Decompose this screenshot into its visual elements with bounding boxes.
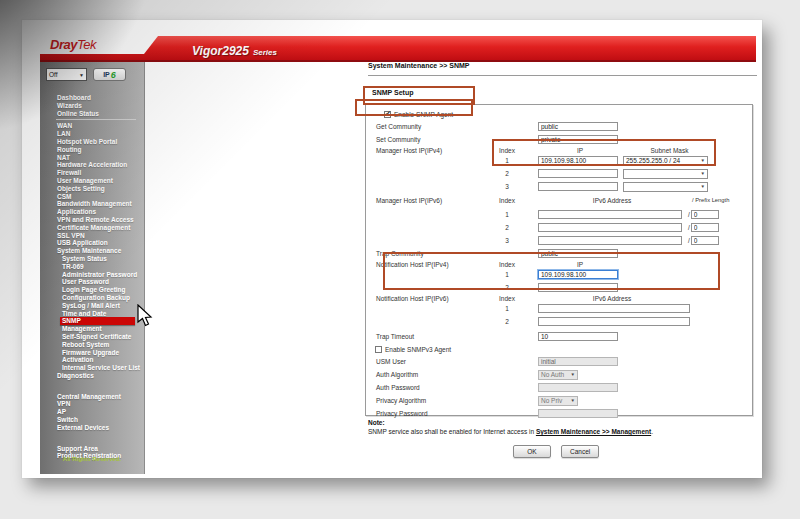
enable-snmpv3-label: Enable SNMPv3 Agent — [385, 346, 451, 353]
trap-community-input[interactable] — [538, 249, 618, 258]
trap-community-row: Trap Community — [366, 247, 752, 260]
table-row: 2 ▼ — [366, 167, 752, 180]
enable-snmp-agent-label: Enable SNMP Agent — [394, 111, 453, 118]
table-row: 1 / — [366, 208, 752, 221]
manager-v6-label: Manager Host IP(IPv6) — [366, 197, 476, 204]
col-index: Index — [476, 295, 538, 302]
manager-v6-prefix-2[interactable] — [691, 223, 719, 232]
set-community-row: Set Community — [366, 133, 752, 146]
set-community-label: Set Community — [366, 136, 476, 143]
usm-user-input[interactable] — [538, 357, 618, 366]
note-title: Note: — [368, 419, 385, 426]
manager-v4-ip-1[interactable] — [538, 156, 618, 165]
col-ip: IP — [538, 147, 622, 154]
privacy-algorithm-row: Privacy Algorithm No Priv▼ — [366, 394, 752, 407]
notif-v6-label: Notification Host IP(IPv6) — [366, 295, 476, 302]
col-ipv6-address: IPv6 Address — [538, 197, 686, 204]
notif-v6-header: Notification Host IP(IPv6) Index IPv6 Ad… — [366, 294, 752, 302]
ok-button[interactable]: OK — [513, 445, 551, 458]
manager-v4-header: Manager Host IP(IPv4) Index IP Subnet Ma… — [366, 146, 752, 154]
get-community-row: Get Community — [366, 120, 752, 133]
privacy-algorithm-select[interactable]: No Priv▼ — [538, 396, 578, 406]
button-row: OK Cancel — [513, 445, 599, 458]
breadcrumb-divider — [368, 75, 757, 76]
manager-v6-addr-2[interactable] — [538, 223, 682, 232]
privacy-password-input[interactable] — [538, 409, 618, 418]
chevron-down-icon: ▼ — [571, 372, 575, 377]
col-index: Index — [476, 261, 538, 268]
snmp-form: Enable SNMP Agent Get Community Set Comm… — [365, 104, 753, 416]
table-row: 1 — [366, 302, 752, 315]
table-row: 2 — [366, 315, 752, 328]
table-row: 2 / — [366, 221, 752, 234]
table-row: 2 — [366, 281, 752, 294]
notif-v4-header: Notification Host IP(IPv4) Index IP — [366, 260, 752, 268]
trap-timeout-input[interactable] — [538, 332, 618, 341]
breadcrumb: System Maintenance >> SNMP — [368, 62, 470, 69]
col-ip: IP — [538, 261, 622, 268]
trap-timeout-label: Trap Timeout — [366, 333, 476, 340]
auth-algorithm-label: Auth Algorithm — [366, 371, 476, 378]
col-index: Index — [476, 197, 538, 204]
table-row: 1 255.255.255.0 / 24▼ — [366, 154, 752, 167]
col-prefix-length: / Prefix Length — [692, 197, 736, 203]
manager-v6-prefix-1[interactable] — [691, 210, 719, 219]
get-community-input[interactable] — [538, 122, 618, 131]
cancel-button[interactable]: Cancel — [561, 445, 599, 458]
get-community-label: Get Community — [366, 123, 476, 130]
col-ipv6-address: IPv6 Address — [538, 295, 686, 302]
auth-password-label: Auth Password — [366, 384, 476, 391]
col-subnet-mask: Subnet Mask — [627, 147, 712, 154]
enable-snmpv3-checkbox[interactable] — [375, 346, 382, 353]
notif-v6-addr-1[interactable] — [538, 304, 690, 313]
manager-v6-header: Manager Host IP(IPv6) Index IPv6 Address… — [366, 193, 752, 208]
table-row: 1 — [366, 268, 752, 281]
main-content: System Maintenance >> SNMP SNMP Setup En… — [22, 20, 762, 478]
chevron-down-icon: ▼ — [701, 171, 705, 176]
set-community-input[interactable] — [538, 135, 618, 144]
notif-v4-label: Notification Host IP(IPv4) — [366, 261, 476, 268]
manager-v4-ip-3[interactable] — [538, 182, 618, 191]
notif-v4-ip-1[interactable] — [538, 270, 618, 279]
auth-algorithm-row: Auth Algorithm No Auth▼ — [366, 368, 752, 381]
auth-algorithm-select[interactable]: No Auth▼ — [538, 370, 578, 380]
privacy-password-label: Privacy Password — [366, 410, 476, 417]
subnet-mask-select-1[interactable]: 255.255.255.0 / 24▼ — [623, 156, 708, 166]
enable-agent-row: Enable SNMP Agent — [366, 108, 752, 120]
manager-v6-addr-1[interactable] — [538, 210, 682, 219]
management-link[interactable]: System Maintenance >> Management — [536, 428, 651, 435]
trap-timeout-row: Trap Timeout — [366, 330, 752, 343]
table-row: 3 ▼ — [366, 180, 752, 193]
manager-v4-ip-2[interactable] — [538, 169, 618, 178]
note-text: SNMP service also shall be enabled for I… — [368, 428, 653, 435]
chevron-down-icon: ▼ — [571, 398, 575, 403]
subnet-mask-select-3[interactable]: ▼ — [623, 182, 708, 192]
auth-password-input[interactable] — [538, 383, 618, 392]
notif-v4-ip-2[interactable] — [538, 283, 618, 292]
manager-v4-label: Manager Host IP(IPv4) — [366, 147, 476, 154]
chevron-down-icon: ▼ — [701, 184, 705, 189]
table-row: 3 / — [366, 234, 752, 247]
manager-v6-addr-3[interactable] — [538, 236, 682, 245]
trap-community-label: Trap Community — [366, 250, 476, 257]
col-index: Index — [476, 147, 538, 154]
manager-v6-prefix-3[interactable] — [691, 236, 719, 245]
snmp-setup-title: SNMP Setup — [372, 89, 414, 96]
usm-user-label: USM User — [366, 358, 476, 365]
notif-v6-addr-2[interactable] — [538, 317, 690, 326]
privacy-password-row: Privacy Password — [366, 407, 752, 420]
privacy-algorithm-label: Privacy Algorithm — [366, 397, 476, 404]
browser-page: DrayTek Vigor2925Series Off ▼ IP 6 Dashb… — [22, 20, 762, 478]
subnet-mask-select-2[interactable]: ▼ — [623, 169, 708, 179]
auth-password-row: Auth Password — [366, 381, 752, 394]
enable-v3-row: Enable SNMPv3 Agent — [366, 343, 752, 355]
usm-user-row: USM User — [366, 355, 752, 368]
chevron-down-icon: ▼ — [701, 158, 705, 163]
enable-snmp-agent-checkbox[interactable] — [384, 111, 391, 118]
